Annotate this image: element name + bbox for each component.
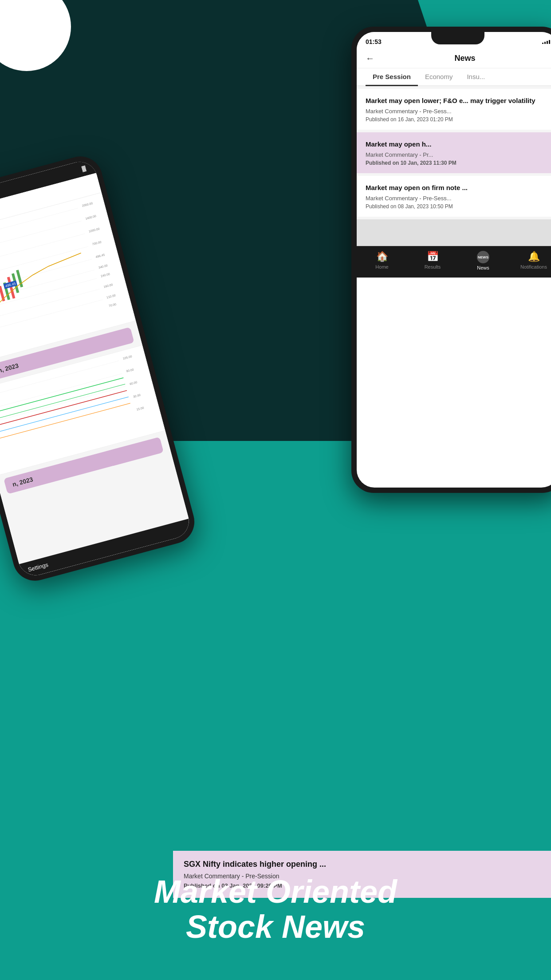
gray-area [357, 219, 551, 246]
tab-pre-session[interactable]: Pre Session [366, 68, 418, 86]
svg-line-11 [0, 221, 82, 259]
news-card-2-date: Published on 10 Jan, 2023 11:30 PM [366, 160, 550, 166]
svg-text:240.00: 240.00 [100, 272, 110, 278]
tab-economy[interactable]: Economy [418, 68, 460, 86]
phone-right-frame: 01:53 ← News Pre Session [351, 27, 551, 493]
news-card-1-subtitle: Market Commentary - Pre-Sess... [366, 108, 550, 115]
news-list: Market may open lower; F&O e... may trig… [357, 86, 551, 246]
nav-home[interactable]: 🏠 Home [357, 251, 407, 270]
svg-line-43 [0, 378, 123, 417]
news-card-3-title: Market may open on firm note ... [366, 183, 550, 192]
svg-line-12 [0, 234, 85, 272]
nav-news-label: News [477, 265, 489, 270]
news-card-1-date: Published on 16 Jan, 2023 01:20 PM [366, 116, 550, 123]
tagline-section: Market Oriented Stock News [0, 874, 551, 944]
svg-text:90.00: 90.00 [126, 368, 134, 373]
svg-text:30.00: 30.00 [133, 393, 141, 398]
nav-notifications[interactable]: 🔔 Notifications [508, 251, 551, 270]
back-button[interactable]: ← [366, 53, 374, 63]
svg-text:105.00: 105.00 [122, 355, 132, 360]
news-header: ← News [357, 49, 551, 68]
svg-text:15.00: 15.00 [136, 406, 145, 411]
svg-text:340.00: 340.00 [98, 264, 108, 269]
tab-insu[interactable]: Insu... [460, 68, 492, 86]
news-page-title: News [380, 54, 550, 63]
news-card-1[interactable]: Market may open lower; F&O e... may trig… [357, 89, 551, 130]
svg-text:1400.00: 1400.00 [85, 214, 97, 220]
svg-line-45 [0, 390, 127, 429]
results-icon: 📅 [427, 251, 439, 262]
svg-line-47 [0, 403, 130, 442]
news-card-3-date: Published on 08 Jan, 2023 10:50 PM [366, 203, 550, 210]
bottom-nav: 🏠 Home 📅 Results NEWS News 🔔 Notificatio… [357, 246, 551, 278]
news-card-3[interactable]: Market may open on firm note ... Market … [357, 176, 551, 217]
notification-icon: 🔔 [528, 251, 540, 262]
phone-right-screen: 01:53 ← News Pre Session [357, 32, 551, 488]
news-card-2[interactable]: Market may open h... Market Commentary -… [357, 132, 551, 173]
tagline-line1: Market Oriented [0, 874, 551, 909]
svg-text:1000.00: 1000.00 [88, 227, 100, 233]
signal-icon-right [542, 40, 550, 44]
tabs-row: Pre Session Economy Insu... [357, 68, 551, 86]
nav-results-label: Results [425, 264, 441, 270]
svg-text:160.00: 160.00 [103, 283, 113, 288]
nav-home-label: Home [375, 264, 388, 270]
svg-text:70.00: 70.00 [108, 302, 117, 307]
svg-line-18 [0, 300, 102, 338]
svg-text:496.45: 496.45 [95, 253, 105, 258]
status-icons-right [542, 40, 550, 44]
battery-icon: ▓ [81, 165, 87, 172]
svg-text:700.00: 700.00 [92, 240, 102, 246]
time-display: 01:53 [366, 38, 382, 45]
date-text-2: n, 2023 [12, 476, 34, 488]
news-card-1-title: Market may open lower; F&O e... may trig… [366, 96, 550, 105]
nav-news[interactable]: NEWS News [458, 251, 508, 270]
news-nav-badge: NEWS [477, 251, 489, 263]
svg-text:60.00: 60.00 [129, 381, 138, 385]
svg-line-17 [0, 289, 100, 328]
date-text-1: 24 Jan, 2023 [0, 362, 20, 378]
news-card-3-subtitle: Market Commentary - Pre-Sess... [366, 195, 550, 202]
nav-results[interactable]: 📅 Results [407, 251, 458, 270]
news-card-2-subtitle: Market Commentary - Pr... [366, 151, 550, 158]
svg-line-44 [0, 384, 125, 423]
notch [431, 32, 484, 44]
svg-text:2000.00: 2000.00 [82, 202, 93, 207]
settings-label: Settings [27, 561, 49, 573]
nav-notifications-label: Notifications [520, 264, 547, 270]
news-badge-text: NEWS [478, 255, 488, 259]
home-icon: 🏠 [376, 251, 388, 262]
tagline-line2: Stock News [0, 909, 551, 944]
news-card-2-title: Market may open h... [366, 139, 550, 149]
phone-right: 01:53 ← News Pre Session [351, 27, 551, 493]
sgx-card-title: SGX Nifty indicates higher opening ... [184, 860, 551, 869]
svg-text:110.00: 110.00 [106, 294, 116, 299]
